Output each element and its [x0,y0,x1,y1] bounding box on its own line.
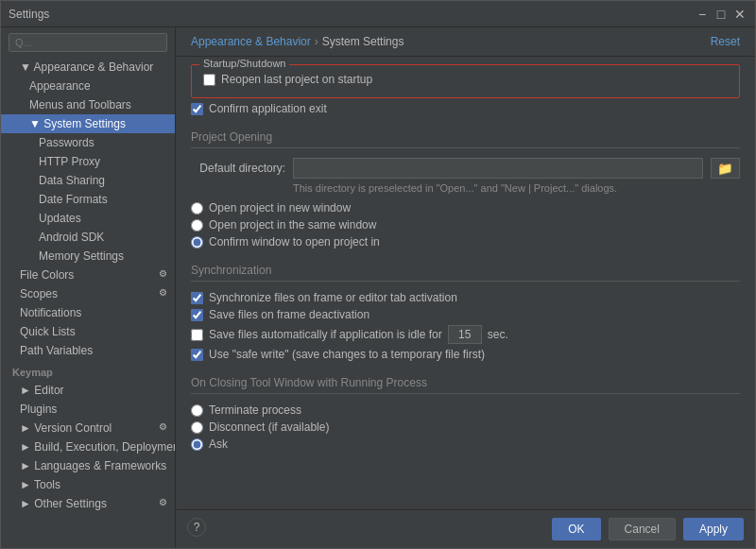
open-new-window-row: Open project in new window [191,201,740,214]
sidebar-item-date-formats[interactable]: Date Formats [1,190,175,209]
sidebar-item-system-settings[interactable]: ▼ System Settings [1,114,175,133]
help-button[interactable]: ? [187,518,206,537]
idle-value-input[interactable] [448,325,482,344]
confirm-exit-label: Confirm application exit [209,102,327,115]
main-panel: Appearance & Behavior › System Settings … [176,27,755,548]
save-deactivation-checkbox[interactable] [191,309,203,321]
sidebar-item-label: Quick Lists [20,325,76,338]
sidebar-item-build[interactable]: ► Build, Execution, Deployment [1,437,175,456]
cancel-button[interactable]: Cancel [609,518,676,540]
sidebar-item-label: ► Editor [20,384,64,397]
confirm-window-radio[interactable] [191,236,203,249]
dir-browse-button[interactable]: 📁 [711,158,740,179]
ask-radio[interactable] [191,438,203,451]
sidebar-item-plugins[interactable]: Plugins [1,400,175,419]
sidebar-item-label: Date Formats [39,193,108,206]
sidebar-item-label: Menus and Toolbars [29,98,131,112]
confirm-window-row: Confirm window to open project in [191,235,740,249]
breadcrumb-parent[interactable]: Appearance & Behavior [191,35,311,48]
synchronization-section: Synchronization Synchronize files on fra… [191,264,740,361]
safe-write-row: Use "safe write" (save changes to a temp… [191,348,740,361]
settings-area: Startup/Shutdown Reopen last project on … [176,57,755,509]
startup-shutdown-label: Startup/Shutdown [199,58,289,69]
save-idle-checkbox[interactable] [191,329,203,341]
sidebar-item-label: ► Languages & Frameworks [20,459,166,472]
dialog-footer: ? OK Cancel Apply [176,509,755,548]
sidebar-item-notifications[interactable]: Notifications [1,303,175,322]
open-new-window-radio[interactable] [191,202,203,214]
startup-shutdown-section: Startup/Shutdown Reopen last project on … [191,64,740,115]
sidebar-item-label: HTTP Proxy [39,155,100,168]
sidebar-item-label: ► Tools [20,478,60,491]
sidebar-item-other-settings[interactable]: ► Other Settings ⚙ [1,494,175,513]
close-button[interactable]: ✕ [732,7,747,22]
sidebar-item-label: Android SDK [39,231,104,244]
dir-input[interactable] [293,158,703,179]
sidebar-item-label: Scopes [20,287,58,300]
sync-frame-checkbox[interactable] [191,292,203,304]
sidebar-item-label: Data Sharing [39,174,105,187]
sidebar-item-version-control[interactable]: ► Version Control ⚙ [1,419,175,437]
confirm-exit-row: Confirm application exit [191,102,740,115]
project-opening-section: Project Opening Default directory: 📁 Thi… [191,130,740,249]
sidebar-item-updates[interactable]: Updates [1,209,175,228]
sidebar-item-path-variables[interactable]: Path Variables [1,341,175,360]
sidebar-item-passwords[interactable]: Passwords [1,133,175,152]
reset-button[interactable]: Reset [711,35,740,48]
confirm-window-label: Confirm window to open project in [209,235,380,249]
sidebar-item-tools[interactable]: ► Tools [1,475,175,494]
sidebar-item-label: ► Version Control [20,421,112,435]
sidebar-item-file-colors[interactable]: File Colors ⚙ [1,266,175,284]
sidebar-item-quick-lists[interactable]: Quick Lists [1,322,175,341]
reopen-checkbox[interactable] [203,74,215,86]
breadcrumb-separator: › [315,35,318,48]
open-same-window-label: Open project in the same window [209,218,376,232]
sidebar-item-keymap[interactable]: Keymap [1,364,175,381]
project-opening-title: Project Opening [191,130,740,148]
sync-frame-label: Synchronize files on frame or editor tab… [209,291,457,304]
closing-title: On Closing Tool Window with Running Proc… [191,376,740,394]
open-same-window-radio[interactable] [191,219,203,232]
sidebar-item-appearance[interactable]: Appearance [1,77,175,95]
sidebar-item-editor[interactable]: ► Editor [1,381,175,400]
maximize-button[interactable]: □ [713,7,729,22]
sidebar-item-menus-toolbars[interactable]: Menus and Toolbars [1,95,175,114]
ask-row: Ask [191,437,740,451]
safe-write-label: Use "safe write" (save changes to a temp… [209,348,485,361]
sidebar-item-label: File Colors [20,268,74,282]
sidebar-item-memory-settings[interactable]: Memory Settings [1,247,175,266]
sidebar-item-label: Plugins [20,403,57,416]
sidebar-item-label: Updates [39,212,81,225]
reopen-label: Reopen last project on startup [221,73,372,86]
safe-write-checkbox[interactable] [191,349,203,361]
reopen-row: Reopen last project on startup チェックを外す [203,73,728,86]
settings-window: Settings − □ ✕ ▼ Appearance & Behavior A… [0,0,756,549]
confirm-exit-checkbox[interactable] [191,103,203,115]
ok-button[interactable]: OK [552,518,600,540]
apply-button[interactable]: Apply [683,518,744,540]
sidebar-item-label: ▼ System Settings [29,117,126,130]
sidebar-item-data-sharing[interactable]: Data Sharing [1,171,175,190]
sidebar-item-label: Path Variables [20,344,93,357]
sidebar-item-languages[interactable]: ► Languages & Frameworks [1,456,175,475]
minimize-button[interactable]: − [695,7,710,22]
sidebar-search-container [1,27,175,58]
title-bar: Settings − □ ✕ [1,1,755,27]
default-dir-row: Default directory: 📁 [191,158,740,179]
open-new-window-label: Open project in new window [209,201,351,214]
save-deactivation-row: Save files on frame deactivation [191,308,740,321]
sidebar-item-android-sdk[interactable]: Android SDK [1,228,175,247]
sidebar-item-label: ► Build, Execution, Deployment [20,440,176,454]
main-content: ▼ Appearance & Behavior Appearance Menus… [1,27,755,548]
sidebar-item-appearance-behavior[interactable]: ▼ Appearance & Behavior [1,58,175,77]
closing-section: On Closing Tool Window with Running Proc… [191,376,740,451]
sidebar-item-http-proxy[interactable]: HTTP Proxy [1,152,175,171]
settings-icon: ⚙ [159,497,167,510]
dir-label: Default directory: [191,162,285,175]
save-deactivation-label: Save files on frame deactivation [209,308,369,321]
terminate-radio[interactable] [191,404,203,417]
sidebar-item-scopes[interactable]: Scopes ⚙ [1,284,175,303]
disconnect-radio[interactable] [191,421,203,434]
search-input[interactable] [9,33,167,52]
title-bar-controls: − □ ✕ [695,7,747,22]
